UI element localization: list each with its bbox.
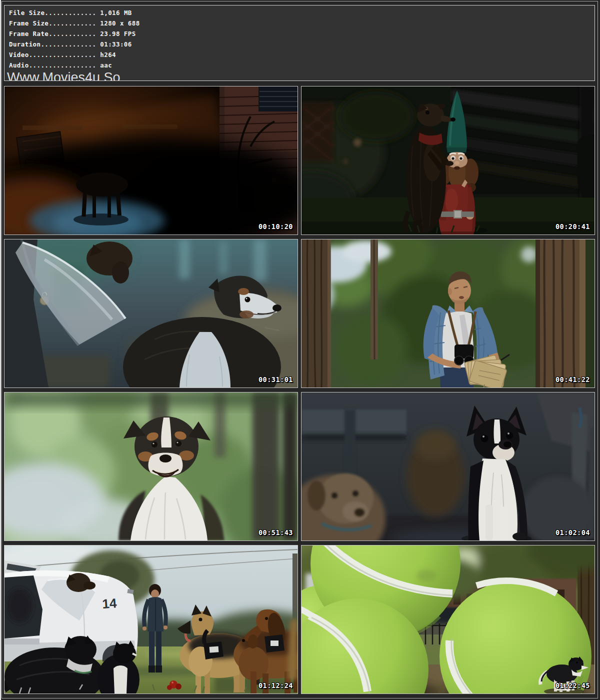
- field-dots: ............: [48, 30, 96, 38]
- thumb-art-aussie-portrait: [4, 392, 298, 540]
- info-row-duration: Duration.............. 01:33:06: [9, 39, 594, 50]
- field-dots: ............: [48, 20, 96, 27]
- timestamp-overlay: 01:12:24: [258, 682, 293, 690]
- site-watermark: Www.Movies4u.So: [7, 70, 594, 81]
- screenshot-thumbnail-8: 01:22:45: [301, 545, 595, 694]
- field-dots: .................: [29, 62, 96, 69]
- screenshot-thumbnail-1: 00:10:20: [4, 86, 298, 235]
- info-row-file-size: File Size............. 1,016 MB: [9, 8, 594, 18]
- info-row-frame-size: Frame Size............ 1280 x 688: [9, 18, 594, 28]
- timestamp-overlay: 01:22:45: [556, 682, 590, 690]
- field-value: aac: [100, 62, 112, 69]
- timestamp-overlay: 00:41:22: [556, 376, 590, 384]
- screenshot-thumbnail-5: 00:51:43: [4, 392, 298, 541]
- field-label: File Size: [9, 9, 44, 16]
- thumb-art-tennis-balls: [302, 546, 594, 694]
- release-info-page: { "colors": { "page_bg": "#262626", "pan…: [0, 0, 600, 700]
- screenshot-thumbnail-3: 00:31:01: [4, 239, 298, 388]
- field-dots: ..............: [40, 40, 96, 48]
- field-dots: .............: [44, 9, 96, 16]
- thumb-art-k9-field: 14: [4, 546, 298, 694]
- thumb-art-barn-dogs: [4, 240, 298, 388]
- field-dots: .................: [29, 51, 96, 58]
- timestamp-overlay: 00:20:41: [556, 222, 590, 230]
- screenshot-thumbnail-6: 01:02:04: [301, 392, 595, 541]
- screenshot-thumbnail-4: 00:41:22: [301, 239, 595, 388]
- thumb-art-man-forest: [302, 240, 594, 388]
- info-row-audio: Audio................. aac: [9, 60, 594, 70]
- field-value: 1,016 MB: [100, 9, 132, 16]
- field-value: 23.98 FPS: [100, 30, 136, 38]
- screenshot-grid: 00:10:20: [4, 86, 595, 694]
- field-value: h264: [100, 51, 116, 58]
- info-row-frame-rate: Frame Rate............ 23.98 FPS: [9, 28, 594, 39]
- timestamp-overlay: 00:51:43: [258, 528, 293, 536]
- timestamp-overlay: 01:02:04: [556, 528, 590, 536]
- timestamp-overlay: 00:10:20: [258, 222, 293, 230]
- field-label: Video: [9, 51, 29, 58]
- field-label: Duration: [9, 40, 40, 48]
- field-label: Audio: [9, 62, 29, 69]
- field-label: Frame Size: [9, 20, 48, 27]
- timestamp-overlay: 00:31:01: [258, 376, 293, 384]
- van-number-label: 14: [102, 596, 117, 612]
- thumb-art-garage-night: [4, 86, 298, 234]
- screenshot-thumbnail-7: 14: [4, 545, 298, 694]
- info-row-video: Video................. h264: [9, 50, 594, 60]
- screenshot-thumbnail-2: 00:20:41: [301, 86, 595, 235]
- field-value: 01:33:06: [100, 40, 132, 48]
- window-left-edge: [0, 0, 1, 700]
- media-info-panel: File Size............. 1,016 MB Frame Si…: [4, 5, 595, 81]
- field-value: 1280 x 688: [100, 20, 140, 27]
- thumb-art-boston-terrier: [302, 392, 594, 540]
- field-label: Frame Rate: [9, 30, 48, 38]
- thumb-art-dog-gnome: [302, 86, 594, 234]
